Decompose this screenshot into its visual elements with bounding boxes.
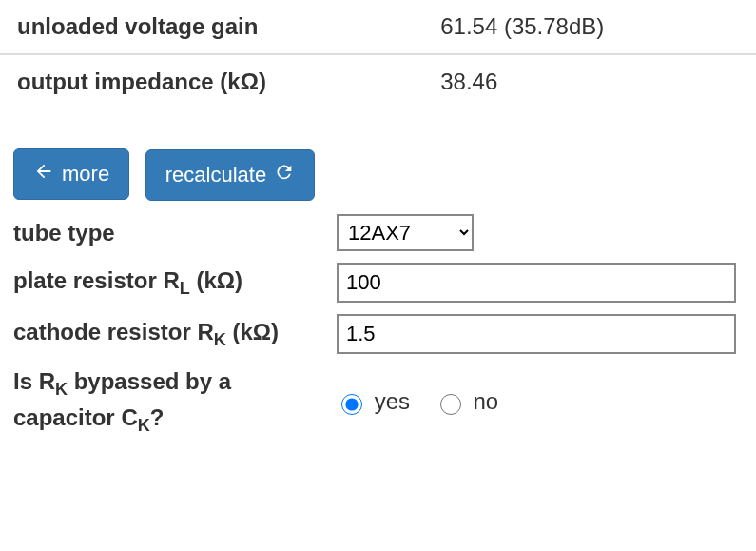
bypass-no-radio[interactable] <box>440 394 461 415</box>
tube-type-label: tube type <box>13 208 337 257</box>
more-button-label: more <box>62 162 109 187</box>
row-bypass: Is RK bypassed by a capacitor CK? yes no <box>13 360 744 443</box>
results-row-gain: unloaded voltage gain 61.54 (35.78dB) <box>0 0 756 54</box>
row-tube-type: tube type 12AX7 <box>13 208 744 257</box>
bypass-label: Is RK bypassed by a capacitor CK? <box>13 360 337 443</box>
row-cathode-resistor: cathode resistor RK (kΩ) <box>13 308 744 360</box>
cathode-resistor-label: cathode resistor RK (kΩ) <box>13 308 337 360</box>
bypass-yes-label[interactable]: yes <box>337 388 417 414</box>
results-table: unloaded voltage gain 61.54 (35.78dB) ou… <box>0 0 756 108</box>
zout-value: 38.46 <box>423 54 756 108</box>
gain-label: unloaded voltage gain <box>0 0 423 54</box>
more-button[interactable]: more <box>13 148 129 200</box>
recalculate-button[interactable]: recalculate <box>145 149 315 201</box>
bypass-radio-group: yes no <box>337 388 736 415</box>
zout-label: output impedance (kΩ) <box>0 54 423 108</box>
recalculate-button-label: recalculate <box>165 163 266 187</box>
row-plate-resistor: plate resistor RL (kΩ) <box>13 257 744 308</box>
button-row: more recalculate <box>13 148 756 201</box>
plate-resistor-label: plate resistor RL (kΩ) <box>13 257 337 308</box>
results-row-zout: output impedance (kΩ) 38.46 <box>0 54 756 108</box>
plate-resistor-input[interactable] <box>337 263 736 303</box>
tube-type-select[interactable]: 12AX7 <box>339 216 472 249</box>
bypass-no-label[interactable]: no <box>436 388 498 414</box>
gain-value: 61.54 (35.78dB) <box>423 0 756 54</box>
refresh-icon <box>274 162 295 188</box>
bypass-yes-radio[interactable] <box>341 394 362 415</box>
cathode-resistor-input[interactable] <box>337 314 736 354</box>
form-table: tube type 12AX7 plate resistor RL (kΩ) c… <box>13 208 744 443</box>
arrow-left-icon <box>33 161 54 187</box>
